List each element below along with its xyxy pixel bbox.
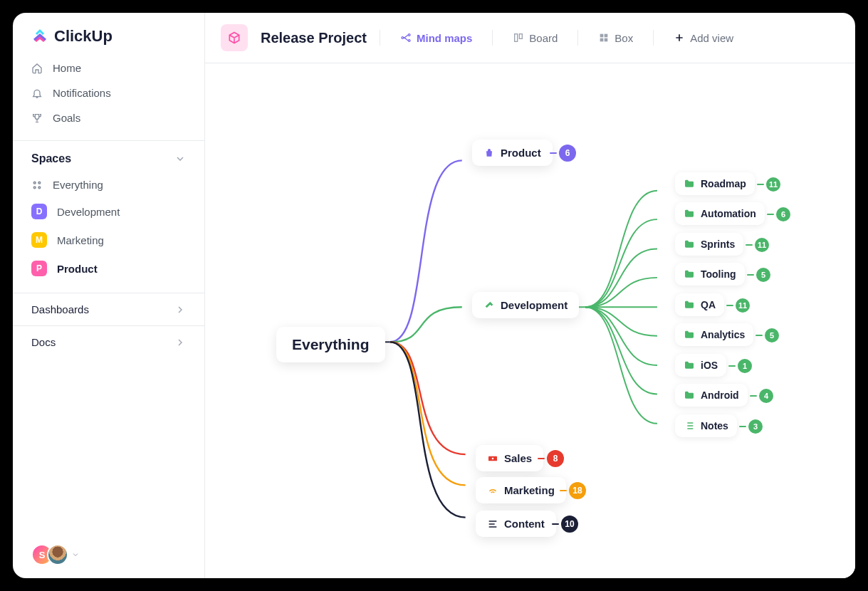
tab-label: Board: [529, 32, 558, 44]
connector: [538, 458, 545, 459]
connector: [750, 395, 757, 397]
project-icon: [221, 24, 248, 51]
divider: [380, 30, 380, 46]
mindmap-leaf[interactable]: Android: [675, 384, 748, 407]
svg-rect-8: [520, 34, 523, 39]
count-badge: 11: [736, 298, 750, 313]
nav-notifications[interactable]: Notifications: [23, 80, 194, 105]
leaf-label: Tooling: [701, 268, 736, 280]
count-badge: 11: [766, 177, 780, 192]
connector: [550, 152, 557, 154]
box-icon: [598, 32, 610, 43]
connector: [747, 274, 754, 276]
trophy-icon: [31, 113, 43, 124]
grid-icon: [31, 179, 43, 191]
dashboards-label: Dashboards: [31, 303, 89, 315]
tab-box[interactable]: Box: [591, 28, 640, 48]
svg-rect-7: [515, 34, 518, 42]
space-badge: P: [31, 261, 47, 276]
folder-icon: [684, 360, 695, 371]
connector: [757, 184, 764, 185]
logo[interactable]: ClickUp: [13, 13, 204, 56]
sidebar-item-product[interactable]: PProduct: [23, 254, 194, 283]
tab-label: Box: [615, 32, 633, 44]
sidebar-item-label: Development: [57, 206, 120, 218]
tab-board[interactable]: Board: [506, 28, 565, 48]
count-badge: 5: [765, 328, 779, 342]
sidebar: ClickUp Home Notifications Goals Spaces …: [13, 13, 205, 578]
mindmap-canvas[interactable]: Everything Product 6 Development Sales 8…: [205, 63, 855, 578]
chevron-right-icon: [174, 304, 186, 315]
sidebar-item-marketing[interactable]: MMarketing: [23, 226, 194, 254]
nav-primary: Home Notifications Goals: [13, 56, 204, 140]
svg-point-4: [402, 37, 404, 39]
svg-rect-10: [605, 34, 608, 38]
add-view-label: Add view: [690, 32, 733, 44]
sidebar-item-everything[interactable]: Everything: [23, 172, 194, 197]
folder-icon: [684, 329, 695, 340]
count-badge: 10: [561, 516, 578, 533]
mindmap-node-sales[interactable]: Sales: [476, 445, 543, 471]
cube-icon: [227, 31, 241, 45]
mindmap-node-marketing[interactable]: Marketing: [476, 477, 566, 503]
folder-icon: [684, 389, 695, 401]
home-icon: [31, 63, 43, 74]
connector: [755, 335, 763, 336]
chevron-down-icon: [174, 153, 186, 164]
mindmap-leaf[interactable]: Sprints: [675, 233, 743, 256]
sidebar-docs[interactable]: Docs: [13, 325, 204, 358]
leaf-label: Notes: [701, 420, 728, 432]
mindmap-leaf[interactable]: QA: [675, 293, 724, 316]
connector: [728, 365, 736, 367]
svg-rect-12: [605, 38, 608, 42]
mindmap-leaf[interactable]: Tooling: [675, 263, 745, 286]
app-name: ClickUp: [54, 27, 113, 46]
mindmap-node-product[interactable]: Product: [472, 140, 553, 166]
node-label: Development: [501, 299, 568, 311]
add-view-button[interactable]: Add view: [666, 28, 741, 48]
spaces-header[interactable]: Spaces: [13, 140, 204, 172]
folder-icon: [684, 239, 695, 250]
sidebar-dashboards[interactable]: Dashboards: [13, 293, 204, 325]
mindmap-root[interactable]: Everything: [276, 327, 385, 362]
divider: [653, 30, 654, 46]
leaf-label: Roadmap: [701, 178, 746, 189]
nav-notifications-label: Notifications: [53, 87, 111, 99]
leaf-label: Sprints: [701, 239, 735, 250]
mindmap-leaf[interactable]: iOS: [675, 354, 726, 377]
avatar-stack[interactable]: S: [13, 531, 204, 578]
spaces-header-label: Spaces: [31, 152, 71, 165]
folder-icon: [684, 268, 695, 280]
mindmap-node-development[interactable]: Development: [472, 292, 579, 318]
sidebar-item-everything-label: Everything: [53, 179, 103, 191]
sidebar-item-development[interactable]: DDevelopment: [23, 197, 194, 226]
ticket-icon: [487, 453, 498, 464]
node-label: Everything: [292, 336, 370, 353]
nav-goals-label: Goals: [53, 112, 80, 124]
main: Release Project Mind maps Board Box Add …: [205, 13, 855, 578]
svg-point-3: [38, 187, 41, 189]
space-badge: D: [31, 204, 47, 219]
plus-icon: [674, 32, 685, 43]
tab-mindmaps[interactable]: Mind maps: [393, 28, 479, 48]
mindmap-leaf[interactable]: Automation: [675, 202, 765, 225]
nav-goals[interactable]: Goals: [23, 105, 194, 130]
count-badge: 6: [559, 145, 576, 162]
app-window: ClickUp Home Notifications Goals Spaces …: [13, 13, 855, 578]
count-badge: 11: [755, 238, 769, 252]
connector: [739, 426, 746, 427]
mindmap-node-content[interactable]: Content: [476, 511, 556, 537]
text-icon: [487, 518, 498, 530]
svg-point-0: [33, 182, 36, 184]
count-badge: 3: [748, 419, 763, 434]
avatar: [47, 544, 68, 565]
mindmap-leaf[interactable]: Analytics: [675, 323, 753, 346]
svg-point-14: [492, 457, 494, 459]
folder-icon: [684, 208, 695, 219]
mindmap-leaf[interactable]: Notes: [675, 414, 737, 437]
folder-icon: [684, 178, 695, 189]
page-title: Release Project: [261, 30, 367, 46]
connector: [726, 305, 733, 306]
mindmap-leaf[interactable]: Roadmap: [675, 172, 755, 195]
nav-home[interactable]: Home: [23, 56, 194, 80]
